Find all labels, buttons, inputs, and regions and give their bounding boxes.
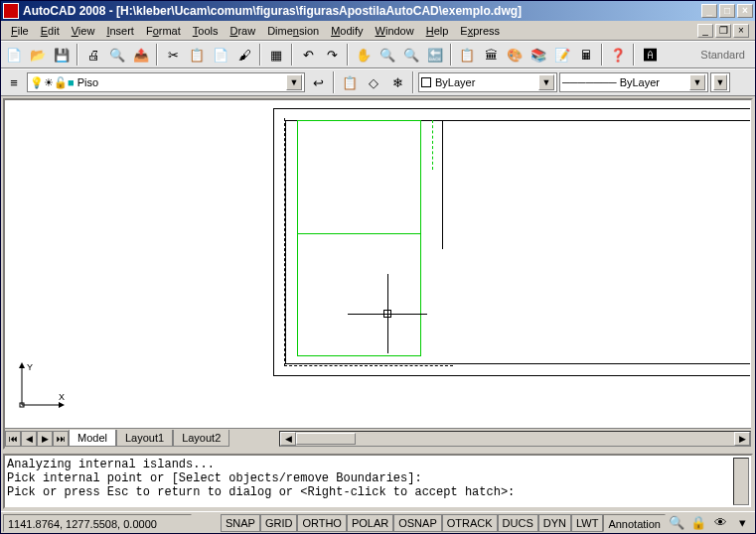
- otrack-toggle[interactable]: OTRACK: [442, 514, 498, 532]
- status-bar: 1141.8764, 1277.5508, 0.0000 SNAP GRID O…: [1, 511, 755, 533]
- tab-nav-prev[interactable]: ◀: [21, 431, 37, 447]
- tab-layout2[interactable]: Layout2: [173, 430, 229, 447]
- menu-window[interactable]: Window: [370, 23, 420, 39]
- menu-view[interactable]: View: [66, 23, 101, 39]
- dropdown-arrow-icon[interactable]: ▼: [713, 74, 727, 90]
- plot-button[interactable]: 🖨: [82, 44, 104, 66]
- drawing-workarea: Y X ⏮ ◀ ▶ ⏭ Model Layout1 Layout2 ◀ ▶: [3, 98, 753, 450]
- menu-insert[interactable]: Insert: [100, 23, 140, 39]
- scroll-right-button[interactable]: ▶: [734, 432, 750, 446]
- layer-combo[interactable]: 💡 ☀ 🔓 ■ Piso ▼: [27, 72, 305, 92]
- command-line-panel[interactable]: Analyzing internal islands... Pick inter…: [3, 454, 753, 509]
- menu-format[interactable]: Format: [140, 23, 187, 39]
- window-buttons: _ □ ×: [701, 4, 753, 18]
- visibility-icon[interactable]: 👁: [709, 512, 731, 534]
- zoom-previous-button[interactable]: 🔙: [424, 44, 446, 66]
- layer-states-button[interactable]: 📋: [339, 71, 361, 93]
- layer-previous-button[interactable]: ↩: [307, 71, 329, 93]
- maximize-button[interactable]: □: [719, 4, 735, 18]
- scroll-left-button[interactable]: ◀: [280, 432, 296, 446]
- separator: [156, 44, 158, 66]
- tab-layout1[interactable]: Layout1: [116, 430, 173, 447]
- ucs-x-label: X: [59, 392, 65, 402]
- zoom-window-button[interactable]: 🔍: [400, 44, 422, 66]
- menu-bar: File Edit View Insert Format Tools Draw …: [1, 21, 755, 41]
- publish-button[interactable]: 📤: [130, 44, 152, 66]
- linetype-combo[interactable]: ─────── ByLayer ▼: [559, 72, 708, 92]
- quickcalc-button[interactable]: 🖩: [575, 44, 597, 66]
- menu-edit[interactable]: Edit: [35, 23, 66, 39]
- help-button[interactable]: ❓: [607, 44, 629, 66]
- lock-icon[interactable]: 🔒: [687, 512, 709, 534]
- window-title: AutoCAD 2008 - [H:\kleber\Ucam\comum\fig…: [23, 4, 701, 18]
- hatch-dash-green: [432, 120, 433, 170]
- save-button[interactable]: 💾: [51, 44, 73, 66]
- menu-express[interactable]: Express: [454, 23, 506, 39]
- dropdown-arrow-icon[interactable]: ▼: [286, 74, 302, 90]
- minimize-button[interactable]: _: [701, 4, 717, 18]
- osnap-toggle[interactable]: OSNAP: [393, 514, 442, 532]
- ssm-button[interactable]: 📚: [528, 44, 549, 66]
- close-button[interactable]: ×: [737, 4, 753, 18]
- layout-tabs-bar: ⏮ ◀ ▶ ⏭ Model Layout1 Layout2 ◀ ▶: [5, 428, 751, 448]
- app-icon: [3, 3, 19, 19]
- viewport-scale-button[interactable]: 🅰: [639, 44, 661, 66]
- tool-palettes-button[interactable]: 🎨: [504, 44, 526, 66]
- dropdown-arrow-icon[interactable]: ▼: [689, 74, 705, 90]
- annotation-scale-icon[interactable]: 🔍: [666, 512, 687, 534]
- match-props-button[interactable]: 🖌: [233, 44, 255, 66]
- linetype-label: ByLayer: [620, 76, 660, 88]
- tab-model[interactable]: Model: [69, 430, 116, 447]
- separator: [601, 44, 603, 66]
- doc-restore-button[interactable]: ❐: [715, 24, 731, 38]
- redo-button[interactable]: ↷: [321, 44, 343, 66]
- coords-display[interactable]: 1141.8764, 1277.5508, 0.0000: [3, 514, 192, 532]
- lineweight-combo[interactable]: ▼: [710, 72, 730, 92]
- tab-nav-first[interactable]: ⏮: [5, 431, 21, 447]
- command-scrollbar[interactable]: [733, 458, 749, 505]
- block-editor-button[interactable]: ▦: [265, 44, 287, 66]
- svg-marker-3: [59, 402, 65, 408]
- layer-freeze-button[interactable]: ❄: [386, 71, 408, 93]
- undo-button[interactable]: ↶: [297, 44, 319, 66]
- layer-color-icon: ■: [68, 76, 75, 88]
- menu-dimension[interactable]: Dimension: [261, 23, 325, 39]
- polar-toggle[interactable]: POLAR: [347, 514, 393, 532]
- tray-settings-icon[interactable]: ▾: [731, 512, 753, 534]
- tab-nav-last[interactable]: ⏭: [53, 431, 69, 447]
- zoom-realtime-button[interactable]: 🔍: [377, 44, 398, 66]
- markup-button[interactable]: 📝: [551, 44, 573, 66]
- doc-minimize-button[interactable]: _: [697, 24, 713, 38]
- menu-help[interactable]: Help: [420, 23, 455, 39]
- new-button[interactable]: 📄: [3, 44, 25, 66]
- layer-manager-button[interactable]: ≡: [3, 71, 25, 93]
- layer-name: Piso: [77, 76, 98, 88]
- plot-preview-button[interactable]: 🔍: [106, 44, 128, 66]
- menu-draw[interactable]: Draw: [224, 23, 261, 39]
- open-button[interactable]: 📂: [27, 44, 49, 66]
- paste-button[interactable]: 📄: [210, 44, 231, 66]
- menu-file[interactable]: File: [5, 23, 35, 39]
- layer-iso-button[interactable]: ◇: [363, 71, 384, 93]
- properties-button[interactable]: 📋: [456, 44, 478, 66]
- menu-tools[interactable]: Tools: [187, 23, 225, 39]
- snap-toggle[interactable]: SNAP: [221, 514, 260, 532]
- grid-toggle[interactable]: GRID: [260, 514, 298, 532]
- lwt-toggle[interactable]: LWT: [571, 514, 603, 532]
- scroll-thumb[interactable]: [296, 433, 356, 445]
- cut-button[interactable]: ✂: [162, 44, 184, 66]
- drawing-canvas[interactable]: Y X: [5, 100, 751, 428]
- design-center-button[interactable]: 🏛: [480, 44, 502, 66]
- dyn-toggle[interactable]: DYN: [538, 514, 571, 532]
- menu-modify[interactable]: Modify: [325, 23, 369, 39]
- pan-button[interactable]: ✋: [353, 44, 375, 66]
- ortho-toggle[interactable]: ORTHO: [297, 514, 347, 532]
- tab-nav-next[interactable]: ▶: [37, 431, 53, 447]
- separator: [259, 44, 261, 66]
- dropdown-arrow-icon[interactable]: ▼: [538, 74, 554, 90]
- copy-button[interactable]: 📋: [186, 44, 208, 66]
- horizontal-scrollbar[interactable]: ◀ ▶: [279, 431, 751, 447]
- ducs-toggle[interactable]: DUCS: [498, 514, 538, 532]
- color-combo[interactable]: ByLayer ▼: [418, 72, 557, 92]
- doc-close-button[interactable]: ×: [733, 24, 749, 38]
